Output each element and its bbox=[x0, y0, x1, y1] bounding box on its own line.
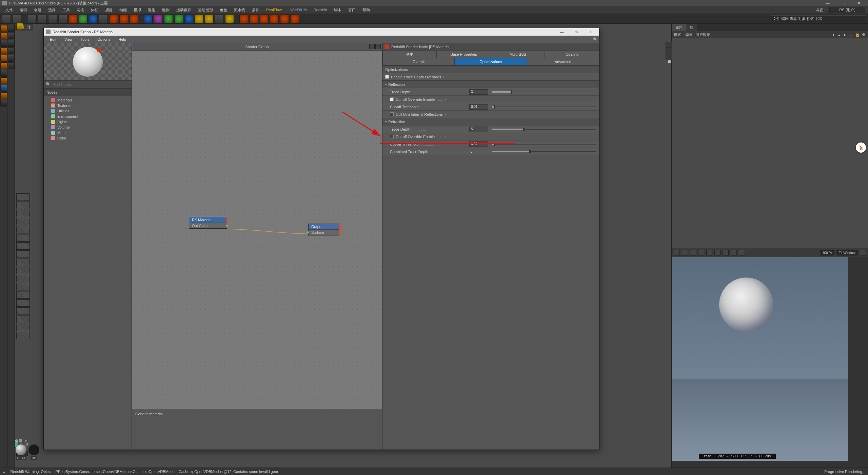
tab-basic[interactable]: 基本 bbox=[382, 51, 437, 58]
modal-menu-help[interactable]: Help bbox=[115, 37, 130, 42]
mode-object-icon[interactable] bbox=[0, 33, 7, 39]
tex-swatch[interactable] bbox=[16, 234, 30, 242]
tool-renderpv[interactable] bbox=[119, 14, 128, 23]
tool-render[interactable] bbox=[109, 14, 118, 23]
menu-redshift[interactable]: Redshift bbox=[311, 7, 330, 13]
menu-edit[interactable]: 编辑 bbox=[17, 7, 30, 13]
node-output[interactable]: Output Surface bbox=[308, 224, 339, 235]
field-refl-trace-depth[interactable]: 3 bbox=[469, 89, 488, 95]
row-refr-cutoff-enable[interactable]: Cut-off Override Enable ...... ▪ bbox=[382, 133, 599, 140]
modal-menu-options[interactable]: Options bbox=[94, 37, 114, 42]
menu-sculpt[interactable]: 雕刻 bbox=[159, 7, 172, 13]
tex-swatch[interactable] bbox=[16, 259, 30, 266]
tab-base-properties[interactable]: Base Properties bbox=[437, 51, 491, 58]
matmgr-create[interactable]: 创建 bbox=[15, 438, 22, 443]
row-enable-trace-overrides[interactable]: Enable Trace Depth Overrides ▪ bbox=[382, 73, 599, 80]
node-port-surface[interactable]: Surface bbox=[309, 229, 339, 235]
menu-script[interactable]: 脚本 bbox=[331, 7, 344, 13]
tex-swatch[interactable] bbox=[16, 275, 30, 282]
rv-lock-icon[interactable] bbox=[682, 250, 688, 256]
tab-overall[interactable]: Overall bbox=[382, 58, 455, 65]
tool-btn[interactable] bbox=[99, 14, 108, 23]
tex-swatch[interactable] bbox=[16, 193, 30, 201]
rv-grid-icon[interactable] bbox=[690, 250, 696, 256]
matmgr-edit[interactable]: 纟 bbox=[25, 438, 29, 443]
sidetab-ref[interactable]: 参考对象 bbox=[666, 48, 672, 54]
tool-yaxis[interactable] bbox=[79, 14, 87, 23]
tex-swatch[interactable] bbox=[16, 218, 30, 225]
graph-corner-icon[interactable] bbox=[369, 44, 375, 49]
node-rs-material[interactable]: RS Material Out Color bbox=[189, 217, 227, 229]
slider-combined-depth[interactable] bbox=[492, 150, 596, 154]
sel-tool-icon[interactable] bbox=[8, 25, 15, 32]
tool-cam[interactable] bbox=[195, 14, 203, 23]
leftbar-tab-sphere[interactable]: 球 bbox=[27, 25, 31, 30]
tab-advanced[interactable]: Advanced bbox=[527, 58, 599, 65]
row-refl-cutoff-enable[interactable]: Cut-off Override Enable ...... ▪ bbox=[382, 95, 599, 103]
edit-label[interactable]: 编辑 bbox=[685, 32, 692, 37]
menu-window[interactable]: 窗口 bbox=[346, 7, 358, 13]
mode-icon[interactable] bbox=[0, 40, 7, 47]
mode-icon[interactable] bbox=[0, 92, 7, 99]
mode-label[interactable]: 模式 bbox=[674, 32, 681, 37]
checkbox-cull-dim[interactable] bbox=[390, 112, 394, 116]
find-nodes-input[interactable] bbox=[53, 82, 130, 87]
rv-gear-icon[interactable] bbox=[860, 250, 866, 256]
modal-close[interactable]: ✕ bbox=[584, 29, 597, 35]
modal-maximize[interactable]: ▭ bbox=[569, 29, 583, 35]
tree-item-textures[interactable]: Textures bbox=[45, 103, 130, 108]
rv-save-icon[interactable] bbox=[731, 250, 737, 256]
menu-char[interactable]: 角色 bbox=[217, 7, 230, 13]
tree-item-environment[interactable]: Environment bbox=[45, 114, 130, 119]
checkbox-enable-trace[interactable] bbox=[385, 75, 389, 79]
menu-file[interactable]: 文件 bbox=[3, 7, 16, 13]
menu-mograph[interactable]: 运动图形 bbox=[195, 7, 216, 13]
tool-rotate[interactable] bbox=[48, 14, 57, 23]
render-view[interactable]: Frame 1 2021-12-11 13:30:56 (1.20s) bbox=[672, 257, 868, 475]
menu-mesh[interactable]: 网格 bbox=[74, 7, 87, 13]
tex-swatch[interactable] bbox=[16, 324, 30, 331]
modal-menu-tools[interactable]: Tools bbox=[77, 37, 93, 42]
menu-snap[interactable]: 捕捉 bbox=[102, 7, 115, 13]
menu-create[interactable]: 创建 bbox=[31, 7, 44, 13]
menu-pipe[interactable]: 流水线 bbox=[231, 7, 248, 13]
nav-up-icon[interactable]: ▴ bbox=[837, 32, 842, 37]
mode-model-icon[interactable] bbox=[0, 25, 7, 32]
mode-poly-icon[interactable] bbox=[0, 62, 7, 69]
assistant-badge-icon[interactable]: 🦌 bbox=[856, 142, 866, 153]
tool-xaxis[interactable] bbox=[68, 14, 77, 23]
tool-rs4[interactable] bbox=[270, 14, 279, 23]
tree-item-utilities[interactable]: Utilities bbox=[45, 108, 130, 114]
tool-light[interactable] bbox=[205, 14, 214, 23]
menu-motrack[interactable]: 运动跟踪 bbox=[174, 7, 194, 13]
tool-spline[interactable] bbox=[154, 14, 163, 23]
tex-swatch[interactable] bbox=[16, 307, 30, 315]
rv-dropdown-icon[interactable] bbox=[674, 250, 680, 256]
nav-prev-icon[interactable]: ◂ bbox=[831, 32, 835, 37]
nav-next-icon[interactable]: ▸ bbox=[843, 32, 848, 37]
tool-deformer[interactable] bbox=[174, 14, 183, 23]
rv-region-icon[interactable] bbox=[714, 250, 721, 256]
rv-fit-dropdown[interactable]: Fit Window bbox=[836, 250, 858, 255]
tool-prim-cube[interactable] bbox=[144, 14, 153, 23]
tool-rs2[interactable] bbox=[250, 14, 258, 23]
userdata-label[interactable]: 用户数据 bbox=[695, 32, 710, 37]
tex-swatch[interactable] bbox=[16, 242, 30, 250]
group-refraction[interactable]: Refraction bbox=[382, 118, 599, 125]
mode-edge-icon[interactable] bbox=[0, 55, 7, 62]
tool-rs6[interactable] bbox=[290, 14, 299, 23]
material-preview[interactable] bbox=[44, 43, 132, 80]
modal-titlebar[interactable]: Redshift Shader Graph - RS Material — ▭ … bbox=[44, 28, 599, 36]
tex-swatch[interactable] bbox=[16, 250, 30, 258]
window-maximize[interactable]: ▭ bbox=[836, 0, 850, 6]
tool-undo[interactable] bbox=[2, 14, 11, 23]
tool-move[interactable] bbox=[28, 14, 37, 23]
tool-env[interactable] bbox=[184, 14, 193, 23]
tool-rendersettings[interactable] bbox=[130, 14, 138, 23]
mode-point-icon[interactable] bbox=[0, 48, 7, 54]
slider-refr-cutoff-thresh[interactable] bbox=[492, 142, 596, 146]
tool-btn[interactable] bbox=[58, 14, 67, 23]
field-combined-depth[interactable]: 6 bbox=[469, 149, 488, 154]
menu-render[interactable]: 渲染 bbox=[145, 7, 158, 13]
tree-item-volume[interactable]: Volume bbox=[45, 125, 130, 130]
